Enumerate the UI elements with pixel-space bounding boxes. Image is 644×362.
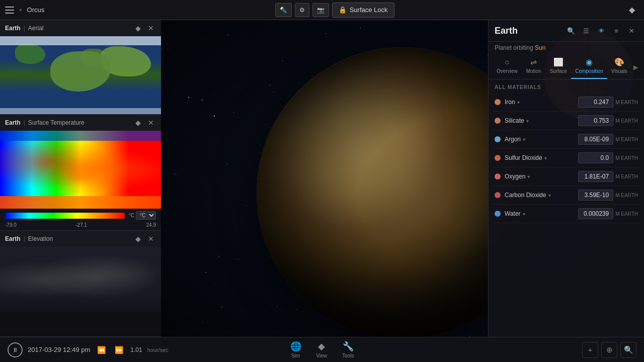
material-unit: M EARTH bbox=[615, 118, 638, 124]
star bbox=[167, 44, 168, 44]
motion-icon: ⇌ bbox=[530, 57, 537, 67]
material-value: 3.59E-10 bbox=[578, 190, 613, 201]
star bbox=[188, 97, 189, 98]
temp-unit-select[interactable]: °C°FK bbox=[136, 211, 156, 220]
overview-icon: ○ bbox=[505, 58, 510, 67]
close-button[interactable]: ✕ bbox=[625, 24, 638, 37]
torch-button[interactable]: 🔦 bbox=[275, 3, 292, 17]
tab-visuals[interactable]: 🎨 Visuals bbox=[607, 55, 631, 79]
colorbar-max: 24.9 bbox=[146, 222, 156, 228]
elevation-close-btn[interactable]: ✕ bbox=[146, 234, 156, 244]
material-color-dot bbox=[495, 155, 501, 161]
section-title: ALL MATERIALS bbox=[489, 79, 644, 93]
lock-icon: 🔒 bbox=[339, 6, 347, 14]
nav-sim[interactable]: 🌐 Sim bbox=[290, 341, 301, 358]
material-name: Argon ▾ bbox=[505, 136, 578, 143]
visuals-icon: 🎨 bbox=[614, 57, 624, 67]
star-link[interactable]: Sun bbox=[535, 44, 545, 51]
temp-close-btn[interactable]: ✕ bbox=[146, 118, 156, 128]
surface-lock-button[interactable]: 🔒 Surface Lock bbox=[332, 3, 394, 18]
material-name: Silicate ▾ bbox=[505, 117, 578, 124]
temp-layers-btn[interactable]: ◆ bbox=[133, 118, 143, 128]
camera-button[interactable]: 📷 bbox=[312, 3, 329, 17]
material-dropdown[interactable]: ▾ bbox=[544, 155, 547, 161]
star bbox=[272, 305, 272, 306]
colorbar-unit: °C °C°FK bbox=[129, 211, 156, 220]
aerial-view bbox=[0, 36, 161, 114]
material-unit: M EARTH bbox=[615, 193, 638, 198]
star bbox=[360, 28, 361, 28]
aerial-layers-btn[interactable]: ◆ bbox=[133, 23, 143, 33]
material-unit: M EARTH bbox=[615, 155, 638, 161]
settings-icon: ⚙ bbox=[299, 7, 305, 14]
material-unit: M EARTH bbox=[615, 211, 638, 217]
menu-button[interactable] bbox=[5, 7, 14, 14]
material-row: Sulfur Dioxide ▾ 0.0 M EARTH bbox=[493, 149, 640, 167]
add-button[interactable]: + bbox=[582, 342, 598, 358]
tools-icon: 🔧 bbox=[343, 341, 354, 352]
forward-button[interactable]: ⏩ bbox=[113, 344, 125, 356]
material-dropdown[interactable]: ▾ bbox=[523, 211, 525, 217]
star bbox=[277, 306, 277, 307]
list-button[interactable]: ≡ bbox=[610, 24, 623, 37]
material-color-dot bbox=[495, 211, 501, 217]
tab-overview[interactable]: ○ Overview bbox=[493, 56, 522, 79]
tab-composition[interactable]: ◉ Composition bbox=[571, 55, 607, 79]
star bbox=[219, 256, 219, 256]
material-dropdown[interactable]: ▾ bbox=[527, 174, 530, 179]
star bbox=[296, 309, 297, 310]
pause-button[interactable]: ⏸ bbox=[8, 342, 23, 357]
material-dropdown[interactable]: ▾ bbox=[548, 193, 551, 198]
material-value: 8.05E-09 bbox=[578, 134, 613, 145]
material-name: Water ▾ bbox=[505, 210, 578, 217]
bullet-separator: • bbox=[19, 6, 22, 15]
bottom-center: 🌐 Sim ◆ View 🔧 Tools bbox=[247, 341, 397, 358]
tab-motion[interactable]: ⇌ Motion bbox=[522, 55, 546, 79]
top-bar-right: ◆ bbox=[625, 3, 639, 17]
star bbox=[214, 116, 215, 117]
planet-name: Earth bbox=[495, 26, 518, 36]
aerial-close-btn[interactable]: ✕ bbox=[146, 23, 156, 33]
material-dropdown[interactable]: ▾ bbox=[526, 118, 529, 124]
elevation-layers-btn[interactable]: ◆ bbox=[133, 234, 143, 244]
composition-icon: ◉ bbox=[586, 57, 593, 67]
star bbox=[202, 100, 203, 101]
star bbox=[168, 49, 168, 49]
tabs: ○ Overview ⇌ Motion ⬜ Surface ◉ Composit… bbox=[489, 51, 644, 79]
material-name: Iron ▾ bbox=[505, 99, 578, 106]
tab-surface[interactable]: ⬜ Surface bbox=[546, 55, 571, 79]
star bbox=[326, 33, 326, 34]
material-dropdown[interactable]: ▾ bbox=[517, 100, 520, 105]
star bbox=[238, 259, 238, 259]
star bbox=[206, 272, 206, 273]
material-color-dot bbox=[495, 99, 501, 105]
nav-tools[interactable]: 🔧 Tools bbox=[342, 341, 354, 358]
temp-panel: Earth | Surface Temperature ◆ ✕ °C °C°FK bbox=[0, 115, 161, 231]
colorbar-mid: -27.1 bbox=[75, 222, 87, 228]
colorbar-min: -79.0 bbox=[5, 222, 17, 228]
search-button[interactable]: 🔍 bbox=[565, 24, 578, 37]
aerial-panel: Earth | Aerial ◆ ✕ bbox=[0, 20, 161, 115]
rewind-button[interactable]: ⏪ bbox=[95, 344, 108, 356]
material-unit: M EARTH bbox=[615, 137, 638, 142]
timestamp: 2017-03-29 12:49 pm bbox=[28, 346, 90, 353]
materials-list: Iron ▾ 0.247 M EARTH Silicate ▾ 0.753 M … bbox=[489, 93, 644, 337]
info-button[interactable]: ☰ bbox=[580, 24, 593, 37]
tabs-more[interactable]: ▶ bbox=[631, 62, 640, 73]
app-name: Orcus bbox=[27, 6, 45, 14]
settings-button[interactable]: ⚙ bbox=[295, 3, 309, 17]
material-dropdown[interactable]: ▾ bbox=[523, 137, 525, 142]
material-color-dot bbox=[495, 173, 501, 179]
target-button[interactable]: ⊕ bbox=[601, 342, 617, 358]
star bbox=[282, 61, 283, 61]
star bbox=[174, 173, 175, 174]
star bbox=[273, 92, 274, 93]
nav-view[interactable]: ◆ View bbox=[316, 341, 328, 358]
search-bottom-button[interactable]: 🔍 bbox=[620, 342, 636, 358]
layers-icon[interactable]: ◆ bbox=[625, 3, 639, 17]
view-button[interactable]: 👁 bbox=[595, 24, 608, 37]
material-row: Iron ▾ 0.247 M EARTH bbox=[493, 93, 640, 112]
star bbox=[221, 307, 222, 307]
star bbox=[270, 85, 270, 85]
elevation-panel-header: Earth | Elevation ◆ ✕ bbox=[0, 231, 161, 247]
